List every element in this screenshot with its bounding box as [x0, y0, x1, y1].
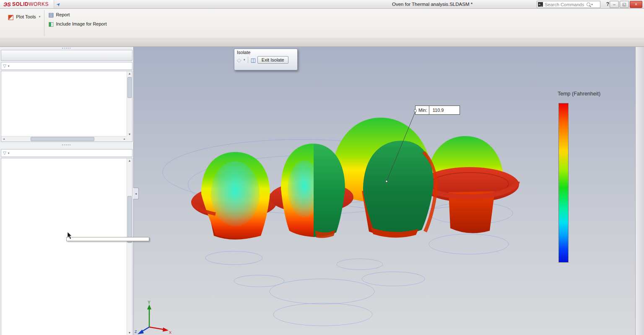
search-commands-box[interactable]: »_ Search Commands ▾	[537, 1, 600, 8]
study-tree-filter-input[interactable]: ▽ ▾	[1, 149, 132, 157]
svg-text:X: X	[169, 330, 171, 335]
vertical-scrollbar[interactable]: ▲ ▼	[127, 158, 132, 335]
isolate-dialog: Isolate ◇ ▾ ◫ Exit Isolate	[234, 49, 298, 70]
title-bar: ЭS SOLIDWORKS ➤ Oven for Thermal analysi…	[0, 0, 644, 9]
temperature-legend: Temp (Fahrenheit)	[553, 91, 628, 97]
task-pane-strip	[635, 46, 644, 335]
scroll-left-icon[interactable]: ◂	[1, 137, 6, 142]
isolate-caret-icon[interactable]: ▾	[244, 58, 245, 62]
svg-text:Y: Y	[148, 300, 151, 305]
include-image-for-report-button[interactable]: ◧ Include Image for Report	[48, 21, 106, 27]
scroll-up-icon[interactable]: ▲	[127, 158, 132, 163]
svg-text:Z: Z	[135, 330, 137, 334]
feature-manager-tabs	[1, 50, 132, 61]
save-isolate-icon[interactable]: ◫	[251, 57, 256, 63]
feature-tree	[1, 71, 132, 136]
legend-title: Temp (Fahrenheit)	[558, 91, 628, 97]
panel-splitter[interactable]: •••••	[0, 46, 133, 50]
scrollbar-thumb[interactable]	[127, 77, 132, 98]
simulation-study-tree	[1, 158, 132, 335]
command-prompt-icon: »_	[538, 2, 543, 7]
report-button[interactable]: ▤ Report	[48, 11, 106, 18]
plot-tools-icon: ◩	[8, 13, 14, 21]
exit-isolate-button[interactable]: Exit Isolate	[257, 56, 288, 64]
restore-button[interactable]: ◱	[620, 1, 629, 8]
scrollbar-thumb[interactable]	[31, 137, 94, 141]
scroll-right-icon[interactable]: ▸	[122, 137, 127, 142]
muffin-left-core	[211, 161, 260, 227]
search-placeholder: Search Commands	[545, 2, 584, 7]
mouse-cursor-icon	[67, 232, 72, 240]
command-manager-ribbon: ◩ Plot Tools ▾ ▤ Report ◧ Include Image …	[0, 8, 644, 38]
panel-collapse-handle[interactable]: ◂	[133, 188, 139, 199]
report-icon: ▤	[48, 11, 54, 18]
filter-caret-icon[interactable]: ▾	[8, 152, 10, 155]
search-icon[interactable]	[587, 3, 590, 6]
minimize-button[interactable]: –	[610, 1, 619, 8]
isolate-title: Isolate	[237, 50, 295, 55]
muffin-front-section-face[interactable]	[363, 141, 434, 234]
scroll-up-icon[interactable]: ▲	[127, 71, 132, 76]
filter-caret-icon[interactable]: ▾	[8, 64, 10, 68]
tree-filter-input[interactable]: ▽ ▾	[1, 62, 132, 70]
legend-color-bar	[558, 103, 569, 263]
document-title: Oven for Thermal analysis.SLDASM *	[392, 0, 473, 8]
close-button[interactable]: ×	[630, 1, 642, 8]
plot-tools-caret-icon[interactable]: ▾	[39, 15, 41, 18]
graphics-viewport[interactable]: Y X Z Isolate ◇ ▾ ◫ Exit Isolate Min: 11…	[133, 46, 636, 335]
feature-manager-panel: ••••• ▽ ▾ ◂ ▸ ▲ ▼ ••••• ▽ ▾ ▲ ▼	[0, 46, 134, 335]
logo-text: SOLIDWORKS	[12, 1, 49, 7]
solidworks-logo: ЭS SOLIDWORKS	[0, 0, 54, 8]
ds-logo-icon: ЭS	[3, 1, 11, 8]
filter-funnel-icon: ▽	[3, 64, 6, 68]
min-value-callout[interactable]: Min: 110.9	[415, 106, 460, 115]
panel-splitter[interactable]: •••••	[0, 142, 133, 148]
scrollbar-thumb[interactable]	[127, 196, 132, 243]
isolate-mode-icon[interactable]: ◇	[237, 57, 241, 63]
horizontal-scrollbar[interactable]: ◂ ▸	[1, 136, 132, 142]
pin-icon[interactable]: ➤	[55, 1, 62, 8]
min-label: Min:	[415, 106, 429, 114]
scroll-down-icon[interactable]: ▼	[127, 132, 132, 137]
vertical-scrollbar[interactable]: ▲ ▼	[127, 71, 132, 137]
plot-tools-button[interactable]: ◩ Plot Tools ▾	[8, 12, 40, 22]
convection-tooltip	[66, 237, 149, 241]
scroll-down-icon[interactable]: ▼	[127, 330, 132, 335]
include-image-icon: ◧	[48, 21, 54, 27]
search-caret-icon[interactable]: ▾	[591, 3, 593, 6]
filter-funnel-icon: ▽	[3, 151, 6, 155]
command-tab-bar	[0, 38, 644, 47]
min-value: 110.9	[429, 106, 460, 114]
